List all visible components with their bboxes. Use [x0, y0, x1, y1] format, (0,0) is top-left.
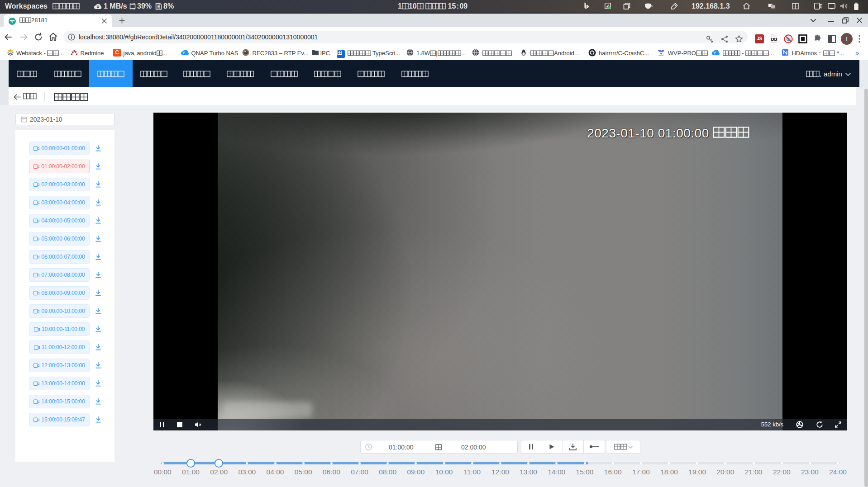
svg-text:WVP PRO: WVP PRO: [658, 54, 664, 56]
